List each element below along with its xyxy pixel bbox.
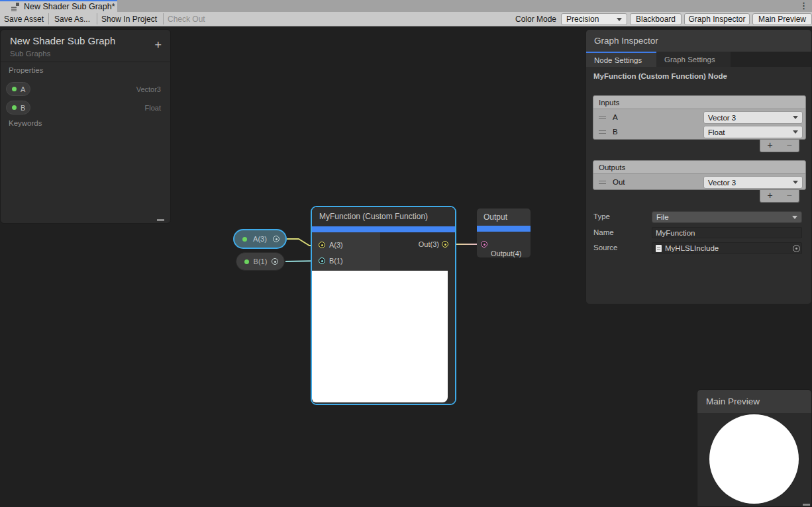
window-menu-icon[interactable]: ⋮ (799, 1, 808, 11)
source-object-field[interactable]: MyHLSLInclude (652, 242, 802, 254)
input-port-label-b: B(1) (329, 257, 343, 265)
dropdown-value: File (656, 213, 669, 221)
blackboard-title: New Shader Sub Graph (10, 35, 115, 46)
output-node[interactable]: Output Output(4) (477, 208, 531, 257)
input-name: B (613, 128, 618, 136)
tab-graph-settings[interactable]: Graph Settings (656, 52, 731, 67)
source-field-label: Source (593, 244, 617, 252)
outputs-list-header: Outputs (593, 161, 805, 174)
main-preview-title[interactable]: Main Preview (697, 390, 811, 413)
inputs-row-b[interactable]: B Float (593, 125, 805, 139)
shader-graph-window: A(3) B(1) MyFunction (Custom Function) A… (0, 0, 812, 507)
keywords-section-label: Keywords (9, 119, 42, 127)
property-name: B (21, 104, 25, 112)
property-node-label: A(3) (250, 235, 270, 243)
output-port-label-out: Out(3) (419, 240, 439, 248)
source-field-value: MyHLSLInclude (665, 244, 719, 252)
name-field-label: Name (593, 228, 614, 236)
add-property-button[interactable]: + (154, 39, 162, 51)
chevron-down-icon (793, 116, 798, 119)
property-node-a[interactable]: A(3) (233, 229, 287, 249)
tab-node-settings[interactable]: Node Settings (586, 52, 656, 67)
dropdown-value: Vector 3 (708, 114, 736, 122)
name-field-value: MyFunction (656, 229, 695, 237)
node-category-bar (477, 226, 531, 232)
dropdown-value: Float (708, 128, 725, 136)
outputs-row-out[interactable]: Out Vector 3 (593, 175, 805, 189)
function-input-port-b-icon[interactable] (319, 257, 325, 264)
input-a-type-dropdown[interactable]: Vector 3 (703, 111, 803, 124)
inputs-list-header: Inputs (593, 96, 805, 109)
blackboard-panel: New Shader Sub Graph + Sub Graphs Proper… (0, 29, 171, 224)
custom-function-node-body: MyFunction (Custom Function) A(3) B(1) O… (312, 207, 455, 404)
function-input-port-a-icon[interactable] (319, 242, 325, 248)
property-dot-icon (244, 259, 249, 264)
file-icon (656, 245, 662, 252)
property-node-label: B(1) (251, 257, 270, 265)
divider (163, 13, 164, 24)
preview-sphere (709, 414, 799, 504)
function-output-port-icon[interactable] (442, 241, 448, 248)
main-preview-toggle-button[interactable]: Main Preview (752, 13, 812, 25)
shader-graph-icon (11, 3, 20, 11)
input-name: A (613, 113, 618, 121)
graph-inspector-panel: Graph Inspector Node Settings Graph Sett… (585, 29, 812, 304)
graph-inspector-toggle-button[interactable]: Graph Inspector (684, 13, 750, 25)
graph-inspector-titlebar[interactable]: Graph Inspector (586, 30, 811, 52)
input-b-type-dropdown[interactable]: Float (703, 126, 803, 138)
save-asset-button[interactable]: Save Asset (4, 15, 44, 24)
chevron-down-icon (617, 18, 622, 21)
name-text-field[interactable]: MyFunction (652, 227, 802, 238)
output-type-dropdown[interactable]: Vector 3 (703, 176, 803, 189)
remove-input-button[interactable]: − (780, 140, 799, 152)
graph-inspector-title: Graph Inspector (594, 36, 658, 46)
input-port-label-a: A(3) (329, 241, 343, 249)
type-dropdown[interactable]: File (652, 211, 802, 223)
blackboard-subtitle: Sub Graphs (10, 50, 50, 58)
resize-handle[interactable] (157, 219, 164, 221)
outputs-list: Outputs Out Vector 3 (593, 160, 806, 190)
object-picker-icon[interactable] (793, 245, 800, 252)
show-in-project-button[interactable]: Show In Project (101, 15, 157, 24)
drag-handle-icon[interactable] (599, 181, 606, 184)
inspector-tab-row: Node Settings Graph Settings (586, 52, 811, 67)
color-mode-dropdown[interactable]: Precision (561, 13, 627, 25)
property-node-b[interactable]: B(1) (236, 252, 285, 271)
remove-output-button[interactable]: − (780, 190, 799, 202)
main-preview-panel: Main Preview (697, 389, 812, 507)
input-ports-column (312, 232, 380, 271)
inputs-row-a[interactable]: A Vector 3 (593, 111, 805, 124)
blackboard-property-a[interactable]: A (6, 82, 30, 96)
outputs-list-footer: + − (760, 190, 799, 203)
add-input-button[interactable]: + (760, 140, 780, 152)
dropdown-value: Precision (566, 15, 599, 24)
drag-handle-icon[interactable] (599, 130, 606, 134)
property-name: A (21, 85, 25, 93)
blackboard-toggle-button[interactable]: Blackboard (630, 13, 682, 25)
check-out-button: Check Out (168, 15, 205, 24)
toolbar: Save Asset Save As... Show In Project Ch… (0, 12, 812, 26)
output-node-input-port-icon[interactable] (481, 241, 487, 248)
window-tab-bar: New Shader Sub Graph* ⋮ (0, 0, 812, 12)
property-dot-icon (242, 237, 247, 242)
property-dot-icon (12, 105, 17, 110)
chevron-down-icon (792, 216, 797, 219)
resize-handle[interactable] (803, 504, 810, 506)
properties-section-label: Properties (9, 66, 43, 74)
divider (97, 13, 97, 24)
color-mode-label: Color Mode (515, 15, 556, 24)
output-node-title[interactable]: Output (477, 208, 531, 226)
custom-function-node[interactable]: MyFunction (Custom Function) A(3) B(1) O… (311, 206, 456, 405)
blackboard-property-b[interactable]: B (6, 101, 30, 115)
drag-handle-icon[interactable] (599, 116, 606, 119)
property-b-output-port-icon[interactable] (272, 258, 278, 265)
property-a-output-port-icon[interactable] (273, 236, 279, 242)
dropdown-value: Vector 3 (708, 179, 736, 187)
type-field-label: Type (593, 212, 610, 220)
save-as-button[interactable]: Save As... (54, 15, 90, 24)
document-tab[interactable]: New Shader Sub Graph* (0, 0, 117, 12)
add-output-button[interactable]: + (760, 190, 780, 202)
custom-function-node-title[interactable]: MyFunction (Custom Function) (312, 207, 455, 226)
output-name: Out (613, 178, 625, 186)
document-tab-title: New Shader Sub Graph* (24, 2, 115, 11)
